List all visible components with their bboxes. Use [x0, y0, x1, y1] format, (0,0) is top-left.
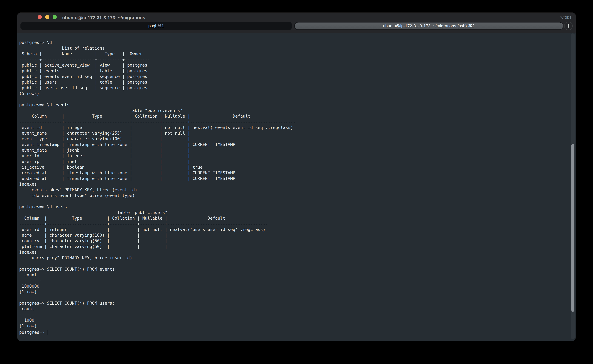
tab-psql[interactable]: psql ⌘1: [20, 22, 292, 30]
tab-ssh-migrations[interactable]: ubuntu@ip-172-31-3-173: ~/migrations (ss…: [294, 22, 563, 30]
minimize-button[interactable]: [45, 15, 49, 19]
traffic-lights: [38, 15, 57, 19]
terminal-output: postgres=> \d List of relations Schema |…: [19, 40, 296, 328]
titlebar: ubuntu@ip-172-31-3-173: ~/migrations ⌥⌘1…: [17, 13, 576, 32]
close-button[interactable]: [38, 15, 42, 19]
terminal-window: ubuntu@ip-172-31-3-173: ~/migrations ⌥⌘1…: [17, 13, 576, 341]
shell-prompt: postgres=>: [19, 330, 47, 335]
zoom-button[interactable]: [52, 15, 57, 19]
terminal-screen[interactable]: postgres=> \d List of relations Schema |…: [19, 40, 296, 335]
scrollbar-thumb[interactable]: [571, 144, 574, 312]
window-title: ubuntu@ip-172-31-3-173: ~/migrations: [62, 13, 145, 23]
text-cursor: [47, 330, 47, 335]
window-shortcut-badge: ⌥⌘1: [560, 13, 572, 23]
new-tab-button[interactable]: +: [564, 22, 573, 30]
